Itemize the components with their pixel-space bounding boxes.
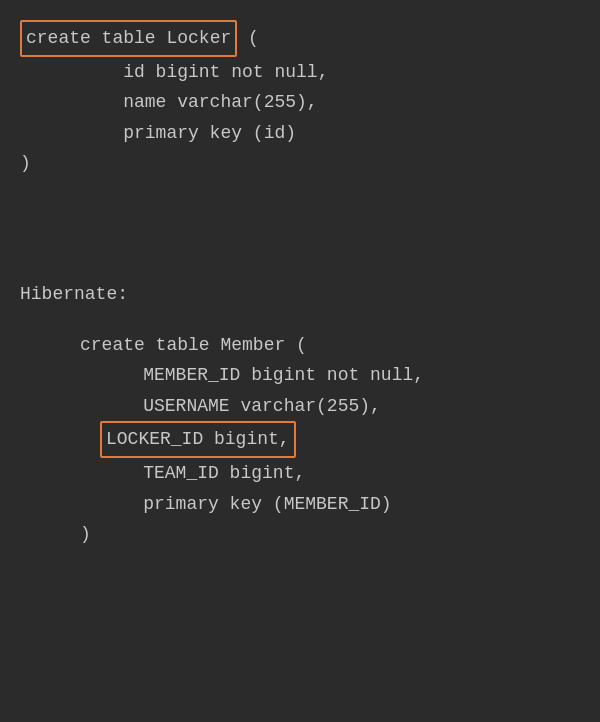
bottom-line-3: USERNAME varchar(255), — [20, 391, 580, 422]
code-container: create table Locker ( id bigint not null… — [0, 0, 600, 722]
code-line-2: id bigint not null, — [20, 57, 580, 88]
code-line-1: create table Locker ( — [20, 20, 580, 57]
bottom-code-content: create table Member ( MEMBER_ID bigint n… — [0, 320, 600, 570]
bottom-line-1: create table Member ( — [20, 330, 580, 361]
code-line-4: primary key (id) — [20, 118, 580, 149]
top-code-content: create table Locker ( id bigint not null… — [0, 10, 600, 199]
top-code-block: create table Locker ( id bigint not null… — [0, 10, 600, 209]
code-line-3: name varchar(255), — [20, 87, 580, 118]
bottom-line-5: TEAM_ID bigint, — [20, 458, 580, 489]
highlighted-create-table-locker: create table Locker — [20, 20, 237, 57]
separator-area — [0, 209, 600, 269]
bottom-line-2: MEMBER_ID bigint not null, — [20, 360, 580, 391]
bottom-line-6: primary key (MEMBER_ID) — [20, 489, 580, 520]
bottom-line-4: LOCKER_ID bigint, — [20, 421, 580, 458]
highlighted-locker-id: LOCKER_ID bigint, — [100, 421, 296, 458]
bottom-line-7: ) — [20, 519, 580, 550]
hibernate-label: Hibernate: — [0, 269, 600, 320]
code-line-5: ) — [20, 148, 580, 179]
bottom-code-block: create table Member ( MEMBER_ID bigint n… — [0, 320, 600, 570]
code-line-1-suffix: ( — [237, 28, 259, 48]
